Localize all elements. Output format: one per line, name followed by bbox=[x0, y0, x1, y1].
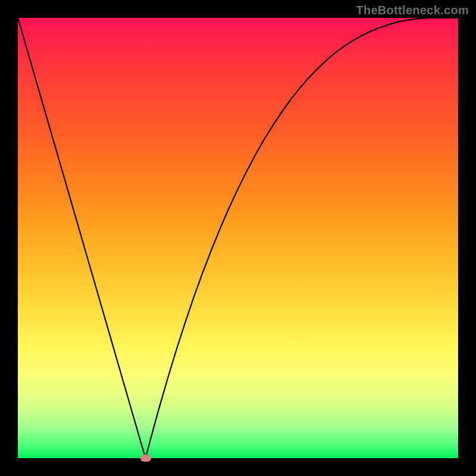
minimum-marker bbox=[140, 455, 151, 462]
curve-path bbox=[18, 18, 458, 458]
curve-svg bbox=[18, 18, 458, 458]
watermark-text: TheBottleneck.com bbox=[356, 4, 469, 17]
plot-area bbox=[18, 18, 458, 458]
chart-frame: TheBottleneck.com bbox=[0, 0, 476, 476]
